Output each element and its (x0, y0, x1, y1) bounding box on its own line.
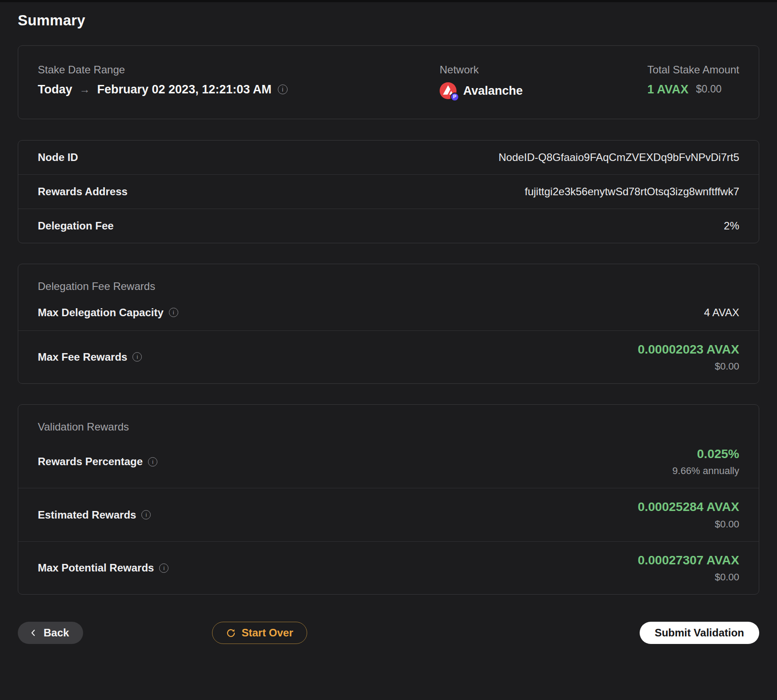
start-over-button[interactable]: Start Over (212, 622, 307, 644)
max-fee-rewards-value: 0.00002023 AVAX (638, 342, 739, 357)
max-delegation-capacity-info-icon[interactable]: i (169, 308, 178, 317)
rewards-address-label: Rewards Address (38, 185, 128, 198)
rewards-percentage-label-wrap: Rewards Percentage i (38, 455, 157, 468)
total-stake-usd: $0.00 (696, 83, 722, 96)
estimated-rewards-value-stack: 0.00025284 AVAX $0.00 (638, 500, 739, 529)
start-over-button-label: Start Over (241, 627, 293, 639)
back-button-label: Back (44, 627, 69, 639)
p-chain-badge: P (450, 93, 459, 101)
chevron-left-icon (28, 628, 38, 638)
arrow-right-icon: → (80, 83, 90, 96)
rewards-percentage-info-icon[interactable]: i (148, 457, 157, 467)
stake-date-range-value: Today → February 02 2023, 12:21:03 AM i (38, 82, 440, 97)
estimated-rewards-label: Estimated Rewards (38, 509, 136, 521)
back-button[interactable]: Back (18, 622, 83, 644)
total-stake-column: Total Stake Amount 1 AVAX $0.00 (647, 64, 739, 97)
stake-date-info-icon[interactable]: i (278, 84, 288, 94)
estimated-rewards-value: 0.00025284 AVAX (638, 500, 739, 514)
rewards-percentage-value-stack: 0.025% 9.66% annually (673, 447, 739, 476)
total-stake-amount: 1 AVAX (647, 82, 689, 97)
estimated-rewards-usd: $0.00 (638, 519, 739, 530)
rewards-percentage-label: Rewards Percentage (38, 455, 143, 468)
network-value: P Avalanche (440, 82, 647, 99)
total-stake-value: 1 AVAX $0.00 (647, 82, 739, 97)
validation-rewards-card: Validation Rewards Rewards Percentage i … (18, 404, 759, 595)
max-potential-rewards-label-wrap: Max Potential Rewards i (38, 562, 168, 574)
max-delegation-capacity-value: 4 AVAX (704, 306, 739, 319)
estimated-rewards-info-icon[interactable]: i (141, 510, 151, 519)
stake-date-range-label: Stake Date Range (38, 64, 440, 76)
stake-summary-card: Stake Date Range Today → February 02 202… (18, 45, 759, 119)
summary-page: Summary Stake Date Range Today → Februar… (0, 12, 777, 644)
delegation-fee-rewards-card: Delegation Fee Rewards Max Delegation Ca… (18, 264, 759, 384)
max-fee-rewards-row: Max Fee Rewards i 0.00002023 AVAX $0.00 (18, 331, 759, 383)
max-fee-rewards-value-stack: 0.00002023 AVAX $0.00 (638, 342, 739, 372)
max-fee-rewards-label: Max Fee Rewards (38, 351, 127, 363)
estimated-rewards-label-wrap: Estimated Rewards i (38, 509, 151, 521)
estimated-rewards-row: Estimated Rewards i 0.00025284 AVAX $0.0… (18, 488, 759, 541)
node-details-table: Node ID NodeID-Q8Gfaaio9FAqCmZVEXDq9bFvN… (18, 140, 759, 243)
max-fee-rewards-label-wrap: Max Fee Rewards i (38, 351, 142, 363)
node-id-value: NodeID-Q8Gfaaio9FAqCmZVEXDq9bFvNPvDi7rt5 (498, 151, 739, 164)
delegation-fee-rewards-title: Delegation Fee Rewards (18, 280, 759, 293)
node-id-label: Node ID (38, 151, 78, 164)
rewards-percentage-value: 0.025% (673, 447, 739, 461)
max-potential-rewards-info-icon[interactable]: i (159, 563, 168, 573)
delegation-fee-value: 2% (724, 220, 739, 232)
max-fee-rewards-info-icon[interactable]: i (132, 352, 142, 362)
max-potential-rewards-value: 0.00027307 AVAX (638, 553, 739, 567)
submit-validation-button[interactable]: Submit Validation (640, 622, 759, 644)
page-title: Summary (18, 12, 759, 29)
network-name: Avalanche (463, 84, 523, 98)
max-delegation-capacity-label: Max Delegation Capacity (38, 306, 164, 319)
table-row-delegation-fee: Delegation Fee 2% (18, 209, 759, 243)
max-delegation-capacity-row: Max Delegation Capacity i 4 AVAX (18, 293, 759, 331)
rewards-address-value: fujittgi2e3k56enytwSd78rtOtsq3izg8wnftff… (525, 185, 740, 198)
max-potential-rewards-usd: $0.00 (638, 571, 739, 583)
max-delegation-capacity-label-wrap: Max Delegation Capacity i (38, 306, 178, 319)
network-label: Network (440, 64, 647, 76)
rewards-percentage-row: Rewards Percentage i 0.025% 9.66% annual… (18, 434, 759, 488)
total-stake-label: Total Stake Amount (647, 64, 739, 76)
footer-actions: Back Start Over Submit Validation (18, 622, 759, 644)
avalanche-logo: P (440, 82, 457, 99)
max-fee-rewards-usd: $0.00 (638, 361, 739, 372)
table-row-node-id: Node ID NodeID-Q8Gfaaio9FAqCmZVEXDq9bFvN… (18, 141, 759, 175)
stake-date-from: Today (38, 82, 72, 97)
delegation-fee-label: Delegation Fee (38, 220, 114, 232)
stake-date-range-column: Stake Date Range Today → February 02 202… (38, 64, 440, 97)
table-row-rewards-address: Rewards Address fujittgi2e3k56enytwSd78r… (18, 175, 759, 209)
submit-validation-button-label: Submit Validation (655, 627, 744, 639)
top-edge-strip (0, 0, 777, 2)
network-column: Network P Avalanche (440, 64, 647, 99)
rewards-percentage-annual: 9.66% annually (673, 465, 739, 476)
max-potential-rewards-label: Max Potential Rewards (38, 562, 154, 574)
validation-rewards-title: Validation Rewards (18, 421, 759, 434)
stake-date-to: February 02 2023, 12:21:03 AM (97, 82, 272, 97)
max-potential-rewards-row: Max Potential Rewards i 0.00027307 AVAX … (18, 542, 759, 594)
max-potential-rewards-value-stack: 0.00027307 AVAX $0.00 (638, 553, 739, 583)
restart-icon (226, 628, 236, 638)
